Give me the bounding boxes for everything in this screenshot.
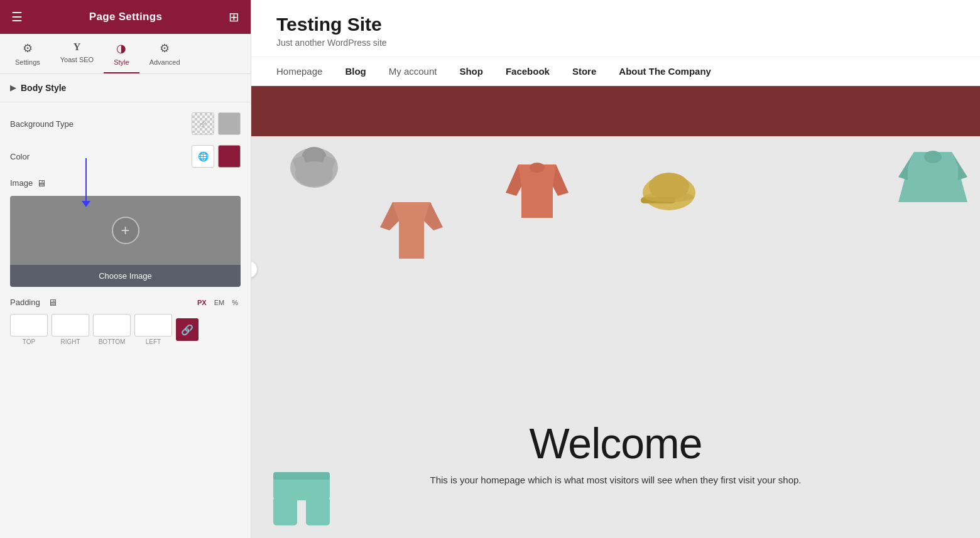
background-type-image-btn[interactable] — [218, 112, 241, 135]
color-swatch-btn[interactable] — [218, 145, 241, 168]
tab-advanced-label: Advanced — [150, 58, 180, 66]
nav-homepage[interactable]: Homepage — [276, 66, 322, 77]
nav-facebook[interactable]: Facebook — [506, 66, 550, 77]
padding-monitor-icon: 🖥 — [48, 297, 57, 308]
choose-image-button[interactable]: Choose Image — [10, 265, 241, 287]
main-content: Welcome This is your homepage which is w… — [251, 136, 980, 538]
svg-point-19 — [924, 151, 942, 163]
hamburger-icon[interactable]: ☰ — [11, 9, 23, 24]
padding-top-input[interactable] — [10, 314, 48, 336]
welcome-subtext: This is your homepage which is what most… — [427, 473, 804, 488]
tab-yoast[interactable]: Y Yoast SEO — [50, 34, 104, 73]
settings-icon: ⚙ — [23, 41, 33, 55]
yoast-icon: Y — [74, 41, 81, 53]
image-row: Image 🖥 — [10, 178, 241, 188]
cap-svg — [634, 164, 704, 218]
site-subtitle: Just another WordPress site — [276, 38, 955, 48]
grey-shirt-svg — [283, 139, 346, 196]
panel-body: ▶ Body Style Background Type Color 🌐 — [0, 74, 251, 538]
welcome-heading: Welcome — [427, 419, 804, 468]
padding-bottom-wrap: BOTTOM — [93, 314, 131, 345]
advanced-icon: ⚙ — [160, 41, 170, 55]
svg-point-11 — [530, 163, 545, 173]
section-content: Background Type Color 🌐 Image 🖥 — [0, 102, 251, 355]
nav-shop[interactable]: Shop — [459, 66, 483, 77]
teal-longshirt-svg — [895, 146, 971, 208]
unit-px-btn[interactable]: PX — [195, 298, 209, 308]
tab-yoast-label: Yoast SEO — [60, 56, 94, 63]
panel-title: Page Settings — [89, 11, 162, 23]
padding-label: Padding — [10, 298, 40, 307]
color-global-btn[interactable]: 🌐 — [192, 145, 214, 168]
grid-icon[interactable]: ⊞ — [229, 9, 239, 24]
color-label: Color — [10, 152, 30, 161]
padding-top-label: TOP — [23, 338, 35, 345]
padding-inputs: TOP RIGHT BOTTOM LEFT 🔗 — [10, 314, 241, 345]
welcome-text-block: Welcome This is your homepage which is w… — [427, 419, 804, 488]
padding-label-group: Padding 🖥 — [10, 297, 57, 308]
svg-rect-21 — [273, 497, 297, 525]
background-type-row: Background Type — [10, 112, 241, 135]
padding-bottom-input[interactable] — [93, 314, 131, 336]
unit-em-btn[interactable]: EM — [212, 298, 227, 308]
padding-header: Padding 🖥 PX EM % — [10, 297, 241, 308]
nav-blog[interactable]: Blog — [345, 66, 366, 77]
style-icon: ◑ — [116, 41, 126, 55]
panel-tabs: ⚙ Settings Y Yoast SEO ◑ Style ⚙ Advance… — [0, 34, 251, 74]
padding-section: Padding 🖥 PX EM % TOP — [10, 297, 241, 345]
svg-rect-23 — [273, 472, 330, 480]
background-type-controls — [192, 112, 241, 135]
image-upload-area[interactable]: + — [10, 196, 241, 265]
padding-right-label: RIGHT — [60, 338, 80, 345]
padding-left-wrap: LEFT — [134, 314, 172, 345]
tab-style[interactable]: ◑ Style — [104, 34, 139, 73]
nav-about[interactable]: About The Company — [619, 66, 711, 77]
padding-right-input[interactable] — [52, 314, 89, 336]
clothing-area: Welcome This is your homepage which is w… — [251, 136, 980, 538]
monitor-icon: 🖥 — [36, 178, 46, 188]
svg-point-4 — [295, 161, 333, 186]
link-padding-button[interactable]: 🔗 — [176, 318, 199, 341]
padding-top-wrap: TOP — [10, 314, 48, 345]
hero-section — [251, 86, 980, 136]
padding-right-wrap: RIGHT — [52, 314, 89, 345]
background-type-label: Background Type — [10, 119, 74, 129]
teal-shorts-svg — [267, 469, 336, 532]
svg-rect-22 — [306, 497, 330, 525]
panel-header: ☰ Page Settings ⊞ — [0, 0, 251, 34]
arrow-annotation: + Choose Image — [10, 196, 241, 287]
tab-style-label: Style — [114, 58, 129, 66]
nav-store[interactable]: Store — [572, 66, 596, 77]
padding-bottom-label: BOTTOM — [99, 338, 126, 345]
unit-percent-btn[interactable]: % — [229, 298, 241, 308]
site-header: Testing Site Just another WordPress site — [251, 0, 980, 57]
padding-left-label: LEFT — [146, 338, 161, 345]
add-image-icon: + — [112, 217, 139, 244]
left-panel: ☰ Page Settings ⊞ ⚙ Settings Y Yoast SEO… — [0, 0, 251, 538]
body-style-label: Body Style — [21, 83, 66, 93]
pink-shirt-svg — [374, 190, 449, 265]
svg-point-15 — [644, 192, 694, 202]
blue-arrow-icon — [85, 158, 87, 202]
padding-left-input[interactable] — [134, 314, 172, 336]
tab-advanced[interactable]: ⚙ Advanced — [139, 34, 190, 73]
red-tshirt-svg — [503, 158, 572, 221]
unit-buttons: PX EM % — [195, 298, 241, 308]
image-upload-section: + Choose Image — [10, 196, 241, 287]
color-row: Color 🌐 — [10, 145, 241, 168]
body-style-section-header[interactable]: ▶ Body Style — [0, 74, 251, 102]
tab-settings[interactable]: ⚙ Settings — [5, 34, 50, 73]
site-nav: Homepage Blog My account Shop Facebook S… — [251, 57, 980, 86]
tab-settings-label: Settings — [15, 58, 40, 66]
right-content: ‹ Testing Site Just another WordPress si… — [251, 0, 980, 538]
image-label: Image — [10, 178, 33, 188]
collapse-arrow-icon: ▶ — [10, 83, 16, 92]
nav-myaccount[interactable]: My account — [389, 66, 437, 77]
color-controls: 🌐 — [192, 145, 241, 168]
site-title: Testing Site — [276, 14, 955, 35]
background-type-color-btn[interactable] — [192, 112, 214, 135]
